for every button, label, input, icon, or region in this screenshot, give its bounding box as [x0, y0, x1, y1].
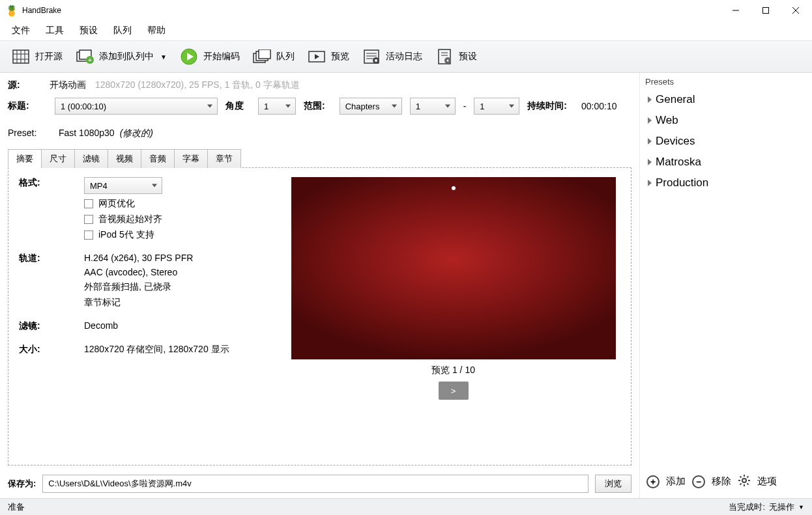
preset-modified: (修改的): [120, 128, 153, 139]
minus-icon: −: [692, 475, 705, 488]
preset-category-matroska[interactable]: Matroska: [645, 152, 807, 173]
activity-log-button[interactable]: 活动日志: [356, 45, 429, 68]
saveas-label: 保存为:: [8, 478, 36, 490]
svg-rect-18: [259, 49, 270, 59]
chevron-right-icon: [648, 159, 652, 165]
tracks-label: 轨道:: [19, 253, 84, 264]
preset-category-devices[interactable]: Devices: [645, 131, 807, 152]
add-preset-button[interactable]: 添加: [666, 475, 686, 488]
svg-point-32: [742, 479, 746, 482]
main-area: 源: 开场动画 1280x720 (1280x720), 25 FPS, 1 音…: [0, 73, 812, 498]
preset-label: Preset:: [8, 128, 59, 138]
preset-row: Preset: Fast 1080p30 (修改的): [8, 128, 631, 139]
av-start-checkbox[interactable]: 音视频起始对齐: [84, 214, 162, 225]
open-source-button[interactable]: 打开源: [5, 45, 69, 68]
format-label: 格式:: [19, 177, 84, 189]
preset-actions: + 添加 − 移除 选项: [645, 470, 807, 493]
range-to-select[interactable]: 1: [474, 98, 519, 115]
add-to-queue-label: 添加到队列中: [99, 51, 154, 63]
chevron-down-icon: ▼: [160, 53, 167, 61]
left-pane: 源: 开场动画 1280x720 (1280x720), 25 FPS, 1 音…: [0, 73, 639, 498]
menu-presets[interactable]: 预设: [72, 22, 106, 39]
summary-panel: 格式: MP4 网页优化 音视频起始对齐 iPod 5代 支持 轨道: H.26…: [8, 167, 631, 466]
chevron-right-icon: [648, 138, 652, 145]
preset-category-general[interactable]: General: [645, 89, 807, 110]
track-line: AAC (avcodec), Stereo: [84, 267, 193, 277]
queue-button[interactable]: 队列: [246, 45, 301, 68]
preset-options-button[interactable]: 选项: [757, 475, 777, 488]
maximize-button[interactable]: [751, 1, 781, 20]
preview-caption: 预览 1 / 10: [431, 365, 475, 376]
duration-value: 00:00:10: [581, 101, 617, 111]
menubar: 文件 工具 预设 队列 帮助: [0, 21, 812, 40]
track-line: 章节标记: [84, 297, 193, 309]
saveas-input[interactable]: [42, 475, 588, 493]
status-text: 准备: [8, 501, 25, 513]
tab-subtitles[interactable]: 字幕: [175, 149, 208, 168]
play-icon: [180, 48, 198, 66]
tab-filters[interactable]: 滤镜: [75, 149, 108, 168]
add-to-queue-button[interactable]: + 添加到队列中 ▼: [69, 45, 173, 68]
format-select[interactable]: MP4: [84, 177, 162, 194]
menu-file[interactable]: 文件: [4, 22, 38, 39]
close-button[interactable]: [781, 1, 811, 20]
angle-label: 角度: [225, 100, 244, 112]
tab-dimensions[interactable]: 尺寸: [42, 149, 75, 168]
tab-audio[interactable]: 音频: [141, 149, 175, 168]
preview-button[interactable]: 预览: [301, 45, 356, 68]
angle-select[interactable]: 1: [258, 98, 296, 115]
preset-category-web[interactable]: Web: [645, 110, 807, 131]
range-dash: -: [463, 101, 467, 111]
size-value: 1280x720 存储空间, 1280x720 显示: [84, 344, 229, 355]
presets-label: 预设: [459, 51, 477, 63]
range-type-select[interactable]: Chapters: [340, 98, 402, 115]
menu-queue[interactable]: 队列: [106, 22, 139, 39]
source-label: 源:: [8, 79, 47, 91]
preset-name: Fast 1080p30: [59, 128, 115, 138]
title-select[interactable]: 1 (00:00:10): [55, 98, 218, 115]
track-line: H.264 (x264), 30 FPS PFR: [84, 253, 193, 263]
svg-text:+: +: [88, 56, 92, 64]
duration-label: 持续时间:: [527, 100, 567, 112]
when-done-value[interactable]: 无操作: [769, 501, 794, 513]
statusbar: 准备 当完成时: 无操作 ▼: [0, 498, 812, 515]
log-icon: [362, 48, 381, 66]
toolbar: 打开源 + 添加到队列中 ▼ 开始编码 队列 预览 活动日志 预设: [0, 40, 812, 73]
summary-right: 预览 1 / 10 >: [286, 177, 620, 453]
range-label: 范围:: [304, 100, 325, 112]
tab-summary[interactable]: 摘要: [8, 149, 42, 168]
chevron-right-icon: [648, 117, 652, 124]
queue-label: 队列: [276, 51, 295, 63]
minimize-button[interactable]: [721, 1, 751, 20]
start-encode-button[interactable]: 开始编码: [173, 45, 246, 68]
svg-line-38: [747, 483, 748, 484]
menu-tools[interactable]: 工具: [38, 22, 72, 39]
ipod5-checkbox[interactable]: iPod 5代 支持: [84, 229, 162, 241]
app-icon: 🍍: [5, 5, 18, 17]
start-encode-label: 开始编码: [203, 51, 240, 63]
when-done-label: 当完成时:: [729, 501, 765, 513]
source-row: 源: 开场动画 1280x720 (1280x720), 25 FPS, 1 音…: [8, 79, 631, 91]
preview-image: [291, 177, 616, 359]
film-icon: [12, 48, 30, 66]
title-label: 标题:: [8, 100, 47, 112]
preset-category-production[interactable]: Production: [645, 173, 807, 193]
svg-line-40: [747, 477, 748, 478]
menu-help[interactable]: 帮助: [139, 22, 173, 39]
size-label: 大小:: [19, 344, 84, 355]
browse-button[interactable]: 浏览: [595, 475, 631, 493]
web-optimized-checkbox[interactable]: 网页优化: [84, 198, 162, 210]
tab-video[interactable]: 视频: [108, 149, 141, 168]
range-from-select[interactable]: 1: [410, 98, 456, 115]
svg-marker-20: [315, 54, 319, 59]
chevron-down-icon: ▼: [798, 504, 804, 510]
svg-point-31: [446, 60, 448, 62]
tab-chapters[interactable]: 章节: [208, 149, 241, 168]
checkbox-icon: [84, 199, 93, 208]
open-source-label: 打开源: [35, 51, 63, 63]
remove-preset-button[interactable]: 移除: [712, 475, 731, 488]
source-name: 开场动画: [50, 79, 86, 91]
titlebar: 🍍 HandBrake: [0, 0, 812, 21]
presets-button[interactable]: 预设: [429, 45, 484, 68]
preview-next-button[interactable]: >: [439, 382, 469, 400]
